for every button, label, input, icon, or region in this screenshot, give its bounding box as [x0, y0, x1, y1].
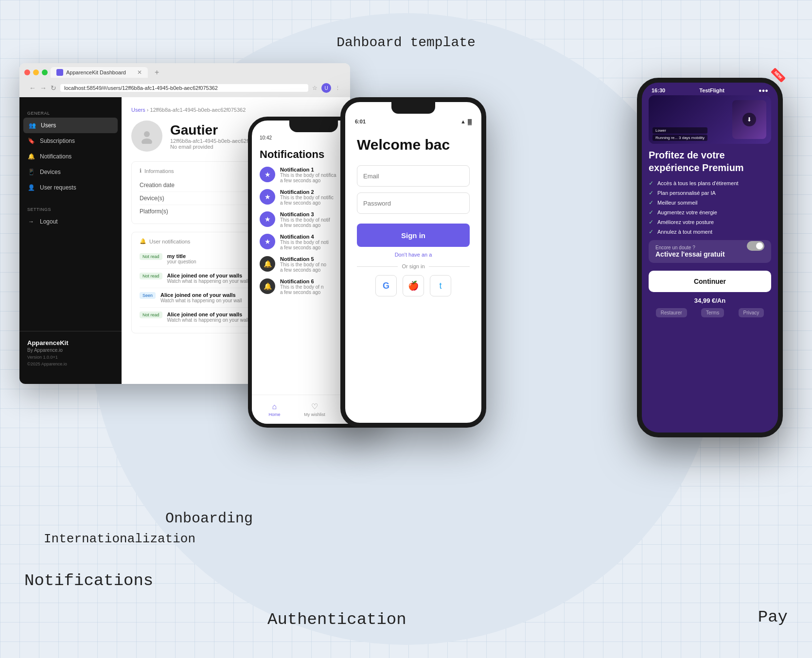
phone1-notch — [289, 121, 338, 132]
cta-title: Activez l'essai gratuit — [655, 250, 725, 258]
notif-badge-2: Not read — [140, 273, 162, 279]
sidebar-settings-label: SETTINGS — [19, 203, 122, 214]
check-icon-2: ✓ — [649, 190, 653, 196]
battery-icon: ▓ — [468, 119, 472, 124]
phone1-notif-icon-4: ★ — [260, 234, 275, 249]
close-dot[interactable] — [24, 69, 30, 75]
trial-toggle[interactable] — [747, 241, 764, 251]
card-badge: Lower Running re... 3 days mobility — [653, 127, 707, 141]
twitter-signin-btn[interactable]: t — [430, 275, 451, 296]
phone2-title: Welcome bac — [357, 136, 470, 154]
notif-badge-3: Seen — [140, 292, 156, 299]
phone1-notif-body-3: Notification 3 This is the body of notif… — [280, 211, 330, 228]
phone1-notif-body-1: Notification 1 This is the body of notif… — [280, 167, 336, 183]
users-icon: 👥 — [28, 121, 36, 129]
notif-badge-4: Not read — [140, 312, 162, 318]
notif-text-2: Alice joined one of your walls Watch wha… — [167, 273, 249, 284]
bookmark-icon[interactable]: ☆ — [312, 85, 318, 91]
label-paywall: Pay — [758, 608, 788, 626]
check-icon-1: ✓ — [649, 180, 653, 187]
dashboard-sidebar: GENERAL 👥 Users 🔖 Subscriptions 🔔 Notifi… — [19, 97, 122, 384]
minimize-dot[interactable] — [33, 69, 39, 75]
phone1-notif-icon-6: 🔔 — [260, 278, 275, 294]
label-authentication: Authentication — [267, 610, 406, 629]
apple-icon: 🍎 — [408, 280, 419, 291]
phone2-content: Welcome bac Sign in Don't have an a Or s… — [345, 126, 481, 306]
maximize-dot[interactable] — [42, 69, 48, 75]
label-onboarding: Onboarding — [165, 510, 253, 527]
phone1-nav-home[interactable]: ⌂ Home — [268, 402, 280, 417]
phone2-signal: ▲ ▓ — [460, 119, 472, 124]
phone1-notif-icon-2: ★ — [260, 189, 275, 205]
feature-4: ✓ Augmentez votre énergie — [649, 209, 771, 216]
phone1-notif-icon-3: ★ — [260, 211, 275, 227]
breadcrumb-id: 12ff6b8a-afc1-4945-b0eb-aec62f075362 — [150, 107, 246, 113]
phone3-title: Profitez de votre expérience Premium — [649, 149, 771, 174]
phone-authentication: 6:01 ▲ ▓ Welcome bac Sign in Don't have … — [340, 97, 486, 428]
wifi-icon: ▲ — [460, 119, 466, 124]
sidebar-logout-label: Logout — [40, 218, 58, 225]
phone1-nav-wishlist[interactable]: ♡ My wishlist — [304, 402, 325, 417]
feature-6: ✓ Annulez à tout moment — [649, 228, 771, 235]
svg-point-0 — [144, 131, 150, 137]
brand-sub: By Apparence.io — [27, 347, 114, 353]
feature-3: ✓ Meilleur sommeil — [649, 199, 771, 206]
sidebar-subscriptions-label: Subscriptions — [40, 138, 75, 144]
back-btn[interactable]: ← — [29, 84, 36, 92]
google-icon: G — [383, 281, 389, 291]
sidebar-item-notifications[interactable]: 🔔 Notifications — [19, 149, 122, 164]
address-input[interactable]: localhost:58549/#/users/12ff6b8a-afc1-49… — [60, 84, 308, 92]
sidebar-item-logout[interactable]: → Logout — [19, 214, 122, 229]
brand-name: ApparenceKit — [27, 339, 114, 346]
apple-signin-btn[interactable]: 🍎 — [403, 275, 424, 296]
breadcrumb: Users › 12ff6b8a-afc1-4945-b0eb-aec62f07… — [131, 107, 340, 113]
footer-links: Restaurer Terms Privacy — [649, 308, 771, 317]
password-field[interactable] — [357, 192, 470, 214]
feature-5: ✓ Améliorez votre posture — [649, 219, 771, 225]
sidebar-devices-label: Devices — [40, 169, 61, 175]
creation-date-label: Creation date — [140, 182, 175, 189]
phone3-status: 16:30 TestFlight ●●● — [642, 83, 778, 95]
address-bar: ← → ↻ localhost:58549/#/users/12ff6b8a-a… — [24, 81, 345, 95]
feature-1: ✓ Accès à tous les plans d'étirement — [649, 180, 771, 187]
nav-wishlist-label: My wishlist — [304, 412, 325, 417]
signin-button[interactable]: Sign in — [357, 224, 470, 247]
nav-home-label: Home — [268, 412, 280, 417]
email-field[interactable] — [357, 165, 470, 187]
browser-chrome: ApparenceKit Dashboard ✕ + ← → ↻ localho… — [19, 63, 350, 97]
phone3-content: Profitez de votre expérience Premium ✓ A… — [642, 149, 778, 317]
devices-icon: 📱 — [27, 168, 35, 176]
sidebar-item-users[interactable]: 👥 Users — [23, 118, 118, 133]
user-icon[interactable]: U — [321, 83, 331, 93]
restore-link[interactable]: Restaurer — [656, 308, 687, 317]
browser-tab[interactable]: ApparenceKit Dashboard ✕ — [51, 67, 148, 78]
refresh-btn[interactable]: ↻ — [51, 84, 56, 92]
sidebar-item-subscriptions[interactable]: 🔖 Subscriptions — [19, 133, 122, 149]
no-account-link[interactable]: Don't have an a — [357, 252, 470, 258]
sidebar-item-devices[interactable]: 📱 Devices — [19, 164, 122, 180]
menu-icon[interactable]: ⋮ — [335, 85, 340, 91]
sidebar-general-label: GENERAL — [19, 107, 122, 118]
platforms-label: Platform(s) — [140, 208, 168, 215]
new-tab-btn[interactable]: + — [155, 68, 159, 77]
phone1-notif-icon-5: 🔔 — [260, 256, 275, 272]
tab-close[interactable]: ✕ — [137, 69, 142, 76]
notif-text-4: Alice joined one of your walls Watch wha… — [167, 312, 249, 323]
phone3-time: 16:30 — [652, 87, 665, 93]
phone2-status: 6:01 ▲ ▓ — [345, 114, 481, 126]
tab-title: ApparenceKit Dashboard — [66, 69, 126, 75]
check-icon-5: ✓ — [649, 219, 653, 225]
forward-btn[interactable]: → — [40, 84, 47, 92]
subscriptions-icon: 🔖 — [27, 137, 35, 145]
tab-favicon — [56, 69, 63, 76]
privacy-link[interactable]: Privacy — [739, 308, 764, 317]
sidebar-notifications-label: Notifications — [40, 153, 71, 160]
notif-text-1: my title your question — [167, 253, 196, 264]
download-icon: ⬇ — [742, 113, 756, 126]
continue-button[interactable]: Continuer — [649, 271, 771, 292]
breadcrumb-users[interactable]: Users — [131, 107, 145, 113]
phone2-notch — [391, 102, 435, 114]
google-signin-btn[interactable]: G — [375, 275, 397, 296]
sidebar-item-user-requests[interactable]: 👤 User requests — [19, 180, 122, 195]
terms-link[interactable]: Terms — [701, 308, 724, 317]
